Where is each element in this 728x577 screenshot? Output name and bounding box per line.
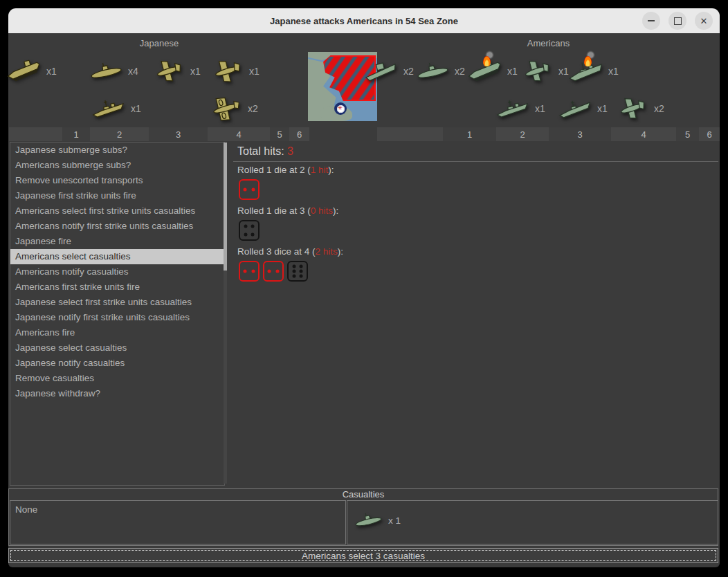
die-pip <box>268 270 271 273</box>
minimize-button[interactable] <box>642 12 660 30</box>
die-6-miss <box>287 261 308 282</box>
steps-list: Japanese submerge subs?Americans submerg… <box>10 142 225 486</box>
unit-count: x1 <box>249 66 260 77</box>
die-row <box>239 261 308 282</box>
results-separator <box>233 161 718 162</box>
japanese-unit-destroyer: x1 <box>90 93 141 125</box>
step-item: Japanese select first strike units casua… <box>10 295 224 310</box>
american-unit-destroyer: x1 <box>494 93 545 125</box>
american-unit-fighter: x2 <box>613 93 664 125</box>
submarine-icon <box>414 57 451 86</box>
tactical-bomber-icon <box>208 57 246 86</box>
die-row <box>239 220 260 241</box>
strip-cell-defender-2: 2 <box>496 127 549 141</box>
die-pip <box>293 265 296 268</box>
close-button[interactable]: ✕ <box>695 12 713 30</box>
die-pip <box>251 188 255 192</box>
strip-cell-attacker-2: 2 <box>90 127 149 141</box>
titlebar: Japanese attacks Americans in 54 Sea Zon… <box>8 8 720 33</box>
attacker-casualties-text: None <box>15 504 37 515</box>
step-item: Americans notify casualties <box>10 264 224 280</box>
american-unit-cruiser: x1 <box>556 93 608 125</box>
map-roundel-marker <box>334 102 347 115</box>
unit-count: x1 <box>46 66 57 77</box>
die-2-hit <box>239 179 260 200</box>
label-hits: 2 hits <box>316 246 338 257</box>
dice-group-label: Rolled 1 die at 2 (1 hit): <box>237 165 334 175</box>
strip-cell-attacker-3: 3 <box>149 127 208 141</box>
destroyer-icon <box>494 94 531 123</box>
step-item: Americans fire <box>10 325 224 340</box>
american-unit-battleship: x1 <box>567 55 619 87</box>
die-pip <box>299 265 302 268</box>
step-item: Americans submerge subs? <box>10 158 224 173</box>
die-pip <box>293 270 296 273</box>
unit-count: x1 <box>131 103 141 114</box>
defender-casualty-unit: x 1 <box>352 508 401 533</box>
die-row <box>239 179 260 200</box>
casualties-title: Casualties <box>8 489 718 500</box>
strip-cell-attacker-5: 5 <box>270 127 289 141</box>
unit-count: x2 <box>654 103 664 114</box>
destroyer-icon <box>90 94 127 123</box>
die-pip <box>244 188 247 192</box>
step-item: Remove unescorted transports <box>10 173 224 188</box>
fighter-icon <box>149 57 187 86</box>
strip-cell-defender-6: 6 <box>699 127 720 141</box>
cruiser-icon <box>556 94 594 123</box>
step-item: Remove casualties <box>10 371 224 386</box>
label-hits: 1 hit <box>311 165 329 175</box>
unit-count: x1 <box>608 66 619 77</box>
strip-cell-attacker-0 <box>9 127 62 141</box>
strip-cell-defender-5: 5 <box>676 127 699 141</box>
die-pip <box>244 232 247 236</box>
aircraft-carrier-icon <box>6 57 43 86</box>
step-item: Japanese fire <box>10 234 224 249</box>
total-hits: Total hits: 3 <box>237 145 293 158</box>
japanese-unit-aircraft-carrier: x1 <box>6 55 57 87</box>
unit-count: x2 <box>248 103 258 114</box>
window-controls: ✕ <box>642 12 713 30</box>
label-suffix: ): <box>338 246 343 257</box>
strip-cell-defender-4: 4 <box>611 127 676 141</box>
die-pip <box>293 274 296 277</box>
battleship-icon <box>567 57 605 86</box>
die-pip <box>299 274 302 277</box>
dice-group-label: Rolled 1 die at 3 (0 hits): <box>237 205 338 216</box>
label-suffix: ): <box>328 165 334 175</box>
step-item: Japanese submerge subs? <box>10 143 224 158</box>
japanese-unit-submarine: x4 <box>87 55 138 87</box>
unit-count: x4 <box>128 66 138 77</box>
die-pip <box>244 225 247 228</box>
defender-casualties-panel: x 1 <box>347 500 718 544</box>
step-item: Japanese notify casualties <box>10 356 224 371</box>
aircraft-carrier-icon <box>466 57 504 86</box>
die-2-hit <box>263 261 284 282</box>
scrollbar-thumb[interactable] <box>224 143 227 271</box>
maximize-button[interactable] <box>668 12 686 30</box>
step-item: Japanese withdraw? <box>10 386 224 401</box>
bomber-icon <box>207 94 244 123</box>
select-casualties-button[interactable]: Americans select 3 casualties <box>8 548 718 563</box>
fighter-icon <box>613 94 650 123</box>
strip-cell-attacker-6: 6 <box>289 127 309 141</box>
label-prefix: Rolled 3 dice at 4 ( <box>237 246 316 257</box>
unit-count: x1 <box>190 66 201 77</box>
dice-group-label: Rolled 3 dice at 4 (2 hits): <box>237 246 343 257</box>
strip-cell-defender-1: 1 <box>443 127 496 141</box>
step-item: Americans select first strike units casu… <box>10 203 224 219</box>
die-pip <box>299 270 302 273</box>
total-hits-label: Total hits: <box>237 145 284 157</box>
strip-cell-attacker-4: 4 <box>208 127 270 141</box>
maximize-icon <box>674 17 682 25</box>
label-hits: 0 hits <box>311 205 333 216</box>
attacker-header: Japanese <box>9 38 309 48</box>
window-title: Japanese attacks Americans in 54 Sea Zon… <box>270 16 458 26</box>
japanese-unit-tactical-bomber: x1 <box>208 55 260 87</box>
die-pip <box>251 225 255 228</box>
american-unit-fighter: x1 <box>518 55 569 87</box>
total-hits-value: 3 <box>287 145 293 157</box>
step-item: Americans notify first strike units casu… <box>10 219 224 234</box>
step-item: Japanese notify first strike units casua… <box>10 310 224 325</box>
unit-count: x1 <box>535 103 545 114</box>
